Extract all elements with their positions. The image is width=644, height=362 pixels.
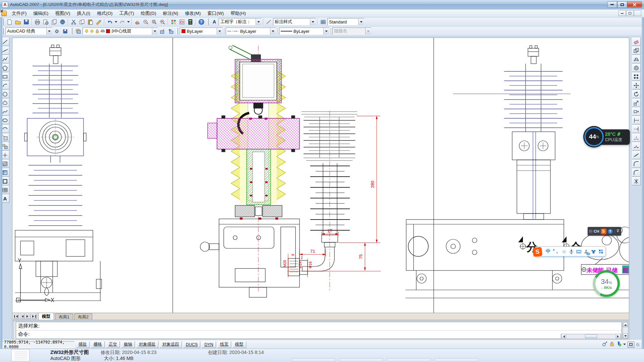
- layer-combo[interactable]: 3中心线层: [83, 27, 158, 35]
- menu-insert[interactable]: 插入(I): [74, 10, 93, 17]
- menu-dimension[interactable]: 标注(N): [160, 10, 181, 17]
- toolbar-grip[interactable]: [207, 18, 209, 25]
- command-horizontal-scrollbar[interactable]: [561, 334, 621, 339]
- toolbox-icon[interactable]: [598, 249, 603, 254]
- undo-button[interactable]: [106, 18, 114, 26]
- model-space-canvas[interactable]: Y X: [12, 38, 629, 313]
- layer-previous-button[interactable]: [167, 27, 175, 35]
- mdi-close-button[interactable]: [634, 10, 641, 16]
- tab-model[interactable]: 模型: [38, 313, 54, 320]
- publish-button[interactable]: [50, 18, 58, 26]
- drawing-canvas[interactable]: Y X: [12, 38, 629, 313]
- tab-layout2[interactable]: 布局2: [74, 313, 92, 320]
- command-history[interactable]: 选择对象: 命令:: [16, 322, 622, 339]
- move-button[interactable]: [632, 81, 641, 89]
- sheet-set-button[interactable]: [169, 18, 177, 26]
- open-button[interactable]: [14, 18, 22, 26]
- command-vertical-scrollbar[interactable]: [623, 322, 628, 339]
- ime-mode-label[interactable]: CH: [594, 229, 599, 233]
- explode-button[interactable]: [632, 177, 641, 185]
- redo-dropdown[interactable]: [126, 18, 130, 26]
- text-style-icon-button[interactable]: A: [210, 18, 218, 26]
- calculator-button[interactable]: [186, 18, 194, 26]
- combo-arrow[interactable]: [217, 28, 222, 35]
- rotate-button[interactable]: [632, 90, 641, 98]
- ime-chinese-toggle[interactable]: 中: [546, 248, 550, 254]
- sogou-logo-icon[interactable]: S: [533, 247, 543, 257]
- command-prompt-line[interactable]: 命令:: [16, 330, 622, 339]
- combo-arrow[interactable]: [152, 28, 158, 35]
- file-thumbnail[interactable]: [11, 349, 30, 361]
- osnap-toggle[interactable]: 对象捕捉: [136, 341, 158, 348]
- dyn-toggle[interactable]: DYN: [202, 341, 216, 348]
- combo-arrow[interactable]: [46, 28, 52, 35]
- combo-arrow[interactable]: [358, 18, 364, 25]
- ime-toolbar[interactable]: S 中 °， ☺ 16: [535, 246, 606, 256]
- combo-arrow[interactable]: [256, 18, 261, 25]
- skin-tshirt-icon[interactable]: [591, 249, 596, 254]
- toolbar-grip[interactable]: [71, 28, 72, 35]
- dim-style-icon-button[interactable]: [265, 18, 273, 26]
- ortho-toggle[interactable]: 正交: [106, 341, 120, 348]
- validation-icon[interactable]: [616, 341, 622, 348]
- communication-center-icon[interactable]: [602, 341, 607, 348]
- mdi-restore-button[interactable]: [626, 10, 634, 16]
- break-point-button[interactable]: [632, 133, 641, 142]
- minimize-button[interactable]: [607, 1, 617, 8]
- status-menu-arrow-icon[interactable]: [623, 344, 626, 347]
- close-button[interactable]: [627, 1, 642, 8]
- trim-button[interactable]: [632, 116, 641, 124]
- zoom-realtime-button[interactable]: [142, 18, 150, 26]
- scrollbar-thumb[interactable]: [585, 335, 597, 338]
- menu-help[interactable]: 帮助(H): [227, 10, 249, 17]
- model-toggle[interactable]: 模型: [232, 341, 246, 348]
- drag-grid-icon[interactable]: [589, 230, 592, 233]
- zoom-window-button[interactable]: [150, 18, 158, 26]
- lineweight-toggle[interactable]: 线宽: [217, 341, 231, 348]
- lineweight-combo[interactable]: ByLayer: [279, 27, 329, 35]
- grid-toggle[interactable]: 栅格: [91, 341, 105, 348]
- command-window-grip[interactable]: [13, 322, 15, 339]
- tab-last-button[interactable]: [31, 314, 37, 319]
- markup-button[interactable]: [178, 18, 186, 26]
- menu-format[interactable]: 格式(O): [94, 10, 116, 17]
- tab-prev-button[interactable]: [19, 314, 25, 319]
- clean-screen-button[interactable]: [628, 342, 634, 348]
- menu-edit[interactable]: 编辑(E): [30, 10, 51, 17]
- voice-input-icon[interactable]: [569, 249, 574, 254]
- toolbar-lock-icon[interactable]: [609, 341, 614, 348]
- menu-file[interactable]: 文件(F): [9, 10, 30, 17]
- copy-object-button[interactable]: [632, 46, 641, 55]
- chamfer-button[interactable]: [632, 160, 641, 168]
- ime-status-bar[interactable]: CH S ?: [588, 227, 621, 236]
- menu-view[interactable]: 视图(V): [52, 10, 73, 17]
- menu-tools[interactable]: 工具(T): [116, 10, 137, 17]
- tab-next-button[interactable]: [25, 314, 31, 319]
- ducs-toggle[interactable]: DUCS: [183, 341, 200, 348]
- web-button[interactable]: [58, 18, 66, 26]
- download-progress-widget[interactable]: 34% ↓ 0K/s: [593, 270, 620, 297]
- title-bar[interactable]: A AutoCAD 2007 - [E:\2020年度文件\单相电子式组合\总装…: [0, 0, 644, 9]
- combo-arrow[interactable]: [323, 28, 329, 35]
- plot-button[interactable]: [33, 18, 41, 26]
- table-style-combo[interactable]: Standard: [327, 18, 364, 25]
- help-button[interactable]: ?: [197, 18, 205, 26]
- plot-preview-button[interactable]: [42, 18, 50, 26]
- text-style-combo[interactable]: 工程字（标注：: [219, 18, 262, 25]
- zoom-previous-button[interactable]: [158, 18, 166, 26]
- redo-button[interactable]: [118, 18, 126, 26]
- workspace-combo[interactable]: AutoCAD 经典: [5, 27, 52, 35]
- skin-account-icon[interactable]: 16: [584, 249, 589, 254]
- tab-first-button[interactable]: [13, 314, 19, 319]
- erase-button[interactable]: [632, 38, 641, 46]
- coordinate-readout[interactable]: 77805.9714, -114792.8974, 0.0000: [2, 341, 74, 348]
- paste-button[interactable]: [86, 18, 94, 26]
- toolbar-grip[interactable]: [176, 28, 178, 35]
- menu-draw[interactable]: 绘图(D): [138, 10, 159, 17]
- save-button[interactable]: [22, 18, 30, 26]
- otrack-toggle[interactable]: 对象追踪: [160, 341, 182, 348]
- ime-help-icon[interactable]: ?: [608, 229, 613, 234]
- mirror-button[interactable]: [632, 55, 641, 63]
- soft-keyboard-icon[interactable]: [576, 249, 581, 254]
- pan-button[interactable]: [133, 18, 141, 26]
